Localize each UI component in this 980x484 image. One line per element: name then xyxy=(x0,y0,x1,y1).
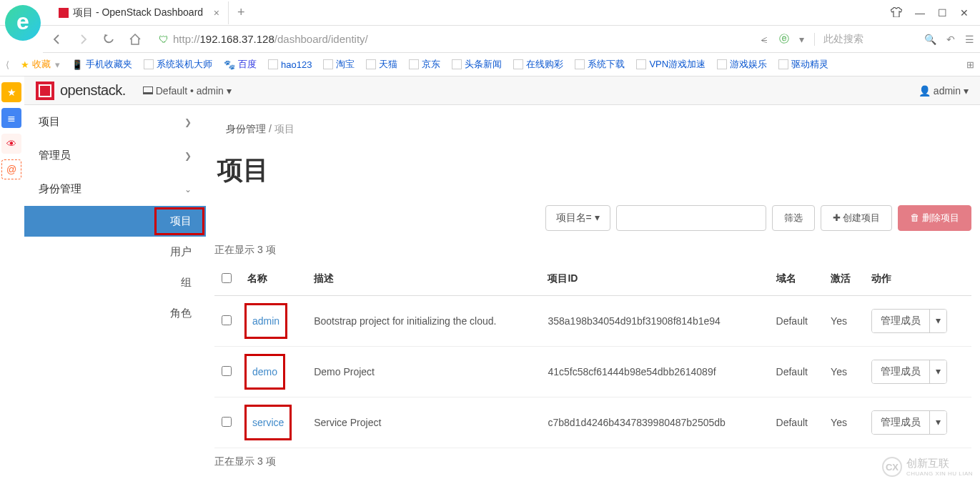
bookmark-item-5[interactable]: 京东 xyxy=(409,58,440,71)
bm-chevron-left[interactable]: ⟨ xyxy=(6,59,9,70)
new-tab-button[interactable]: + xyxy=(229,5,254,20)
browser-tab[interactable]: 项目 - OpenStack Dashboard × xyxy=(50,1,229,24)
bookmark-item-7[interactable]: 在线购彩 xyxy=(513,58,563,71)
shirt-icon[interactable] xyxy=(891,7,902,19)
home-button[interactable] xyxy=(126,31,144,48)
url-text: http://192.168.37.128/dashboard/identity… xyxy=(173,33,368,45)
dropdown-icon[interactable]: ▾ xyxy=(799,34,804,45)
forward-button[interactable] xyxy=(74,31,91,48)
bookmark-item-4[interactable]: 天猫 xyxy=(366,58,397,71)
bookmark-item-8[interactable]: 系统下载 xyxy=(575,58,625,71)
bookmark-item-0[interactable]: 系统装机大师 xyxy=(144,58,212,71)
refresh-button[interactable] xyxy=(100,31,117,48)
share-icon[interactable]: ⪪ xyxy=(759,34,769,45)
bookmark-item-9[interactable]: VPN游戏加速 xyxy=(636,58,706,71)
close-tab-icon[interactable]: × xyxy=(214,7,219,19)
tab-favicon xyxy=(59,8,69,18)
bookmark-item-3[interactable]: 淘宝 xyxy=(323,58,355,71)
undo-icon[interactable]: ↶ xyxy=(946,34,955,45)
bookmark-item-1[interactable]: 🐾百度 xyxy=(224,58,257,71)
extensions-icon[interactable]: ⊞ xyxy=(966,59,974,70)
address-input[interactable]: 🛡 http://192.168.37.128/dashboard/identi… xyxy=(153,33,751,45)
bookmark-mobile[interactable]: 📱手机收藏夹 xyxy=(71,58,132,71)
bookmark-item-11[interactable]: 驱动精灵 xyxy=(778,58,828,71)
compat-icon[interactable]: ⓔ xyxy=(779,33,789,46)
bookmark-item-2[interactable]: hao123 xyxy=(268,59,312,70)
maximize-icon[interactable]: ☐ xyxy=(938,7,947,19)
bookmark-item-10[interactable]: 游戏娱乐 xyxy=(717,58,767,71)
tab-title: 项目 - OpenStack Dashboard xyxy=(73,6,203,19)
shield-icon: 🛡 xyxy=(159,34,169,45)
back-button[interactable] xyxy=(49,31,66,48)
menu-icon[interactable]: ☰ xyxy=(965,34,974,45)
bookmark-item-6[interactable]: 头条新闻 xyxy=(452,58,502,71)
minimize-icon[interactable]: — xyxy=(915,7,925,19)
search-icon[interactable]: 🔍 xyxy=(924,34,936,45)
close-window-icon[interactable]: ✕ xyxy=(960,7,969,19)
search-input[interactable]: 此处搜索 xyxy=(814,33,914,46)
browser-logo xyxy=(0,0,46,46)
bookmark-favorites[interactable]: ★收藏▾ xyxy=(21,58,60,71)
